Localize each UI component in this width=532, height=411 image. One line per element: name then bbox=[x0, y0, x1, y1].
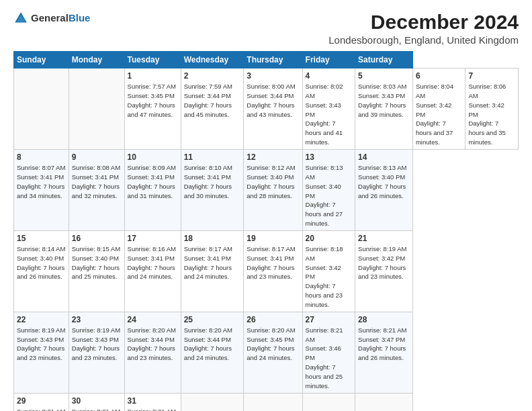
day-number: 17 bbox=[128, 233, 178, 244]
day-info: Sunrise: 8:13 AMSunset: 3:40 PMDaylight:… bbox=[306, 164, 343, 227]
day-cell-20: 20Sunrise: 8:18 AMSunset: 3:42 PMDayligh… bbox=[302, 230, 355, 312]
day-info: Sunrise: 8:20 AMSunset: 3:44 PMDaylight:… bbox=[128, 326, 176, 361]
day-info: Sunrise: 8:19 AMSunset: 3:43 PMDaylight:… bbox=[17, 326, 65, 361]
page: GeneralBlue December 2024 Londesborough,… bbox=[0, 0, 532, 411]
week-row-1: 1Sunrise: 7:57 AMSunset: 3:45 PMDaylight… bbox=[14, 68, 519, 150]
day-number: 24 bbox=[128, 314, 178, 325]
empty-cell bbox=[244, 393, 302, 411]
day-info: Sunrise: 8:17 AMSunset: 3:41 PMDaylight:… bbox=[184, 245, 232, 280]
day-info: Sunrise: 8:17 AMSunset: 3:41 PMDaylight:… bbox=[247, 245, 295, 280]
day-info: Sunrise: 7:59 AMSunset: 3:44 PMDaylight:… bbox=[184, 83, 232, 118]
day-number: 27 bbox=[306, 314, 352, 325]
subtitle: Londesborough, England, United Kingdom bbox=[328, 34, 519, 46]
day-number: 28 bbox=[358, 314, 410, 325]
day-info: Sunrise: 8:15 AMSunset: 3:40 PMDaylight:… bbox=[72, 245, 120, 280]
empty-cell bbox=[14, 68, 69, 150]
week-row-3: 15Sunrise: 8:14 AMSunset: 3:40 PMDayligh… bbox=[14, 230, 519, 312]
day-info: Sunrise: 8:10 AMSunset: 3:41 PMDaylight:… bbox=[184, 164, 232, 199]
day-number: 18 bbox=[184, 233, 241, 244]
day-info: Sunrise: 8:09 AMSunset: 3:41 PMDaylight:… bbox=[128, 164, 176, 199]
day-cell-4: 4Sunrise: 8:02 AMSunset: 3:43 PMDaylight… bbox=[302, 68, 355, 150]
day-info: Sunrise: 8:21 AMSunset: 3:50 PMDaylight:… bbox=[128, 408, 176, 411]
day-number: 22 bbox=[17, 314, 66, 325]
day-info: Sunrise: 8:07 AMSunset: 3:41 PMDaylight:… bbox=[17, 164, 65, 199]
day-number: 9 bbox=[72, 152, 122, 163]
day-number: 11 bbox=[184, 152, 241, 163]
day-info: Sunrise: 8:14 AMSunset: 3:40 PMDaylight:… bbox=[17, 245, 65, 280]
day-cell-16: 16Sunrise: 8:15 AMSunset: 3:40 PMDayligh… bbox=[69, 230, 124, 312]
day-number: 23 bbox=[72, 314, 122, 325]
day-info: Sunrise: 8:16 AMSunset: 3:41 PMDaylight:… bbox=[128, 245, 176, 280]
logo-icon bbox=[13, 11, 28, 26]
col-header-tuesday: Tuesday bbox=[124, 52, 181, 68]
day-number: 5 bbox=[358, 71, 410, 81]
day-number: 31 bbox=[128, 396, 178, 406]
day-info: Sunrise: 8:04 AMSunset: 3:42 PMDaylight:… bbox=[416, 83, 453, 146]
day-info: Sunrise: 8:19 AMSunset: 3:42 PMDaylight:… bbox=[358, 245, 406, 280]
calendar-header-row: SundayMondayTuesdayWednesdayThursdayFrid… bbox=[14, 52, 519, 68]
day-cell-27: 27Sunrise: 8:21 AMSunset: 3:46 PMDayligh… bbox=[302, 312, 355, 393]
day-info: Sunrise: 8:00 AMSunset: 3:44 PMDaylight:… bbox=[247, 83, 295, 118]
day-info: Sunrise: 8:02 AMSunset: 3:43 PMDaylight:… bbox=[306, 83, 343, 146]
header: GeneralBlue December 2024 Londesborough,… bbox=[13, 11, 519, 46]
day-number: 25 bbox=[184, 314, 241, 325]
day-cell-31: 31Sunrise: 8:21 AMSunset: 3:50 PMDayligh… bbox=[124, 393, 181, 411]
day-cell-29: 29Sunrise: 8:21 AMSunset: 3:48 PMDayligh… bbox=[14, 393, 69, 411]
day-number: 19 bbox=[247, 233, 299, 244]
day-cell-26: 26Sunrise: 8:20 AMSunset: 3:45 PMDayligh… bbox=[244, 312, 302, 393]
day-cell-2: 2Sunrise: 7:59 AMSunset: 3:44 PMDaylight… bbox=[181, 68, 244, 150]
day-number: 3 bbox=[247, 71, 299, 81]
day-info: Sunrise: 8:12 AMSunset: 3:40 PMDaylight:… bbox=[247, 164, 295, 199]
day-number: 6 bbox=[416, 71, 462, 81]
day-info: Sunrise: 8:08 AMSunset: 3:41 PMDaylight:… bbox=[72, 164, 120, 199]
week-row-4: 22Sunrise: 8:19 AMSunset: 3:43 PMDayligh… bbox=[14, 312, 519, 393]
day-cell-21: 21Sunrise: 8:19 AMSunset: 3:42 PMDayligh… bbox=[355, 230, 413, 312]
col-header-saturday: Saturday bbox=[355, 52, 413, 68]
day-cell-5: 5Sunrise: 8:03 AMSunset: 3:43 PMDaylight… bbox=[355, 68, 413, 150]
day-info: Sunrise: 8:21 AMSunset: 3:49 PMDaylight:… bbox=[72, 408, 120, 411]
day-number: 15 bbox=[17, 233, 66, 244]
empty-cell bbox=[302, 393, 355, 411]
day-info: Sunrise: 8:19 AMSunset: 3:43 PMDaylight:… bbox=[72, 326, 120, 361]
empty-cell bbox=[355, 393, 413, 411]
day-info: Sunrise: 8:13 AMSunset: 3:40 PMDaylight:… bbox=[358, 164, 406, 199]
col-header-thursday: Thursday bbox=[244, 52, 302, 68]
day-cell-13: 13Sunrise: 8:13 AMSunset: 3:40 PMDayligh… bbox=[302, 149, 355, 230]
logo: GeneralBlue bbox=[13, 11, 90, 26]
main-title: December 2024 bbox=[328, 11, 519, 33]
empty-cell bbox=[181, 393, 244, 411]
day-info: Sunrise: 8:18 AMSunset: 3:42 PMDaylight:… bbox=[306, 245, 343, 308]
day-number: 10 bbox=[128, 152, 178, 163]
col-header-friday: Friday bbox=[302, 52, 355, 68]
day-info: Sunrise: 8:21 AMSunset: 3:47 PMDaylight:… bbox=[358, 326, 406, 361]
day-cell-28: 28Sunrise: 8:21 AMSunset: 3:47 PMDayligh… bbox=[355, 312, 413, 393]
day-number: 1 bbox=[128, 71, 178, 81]
day-cell-10: 10Sunrise: 8:09 AMSunset: 3:41 PMDayligh… bbox=[124, 149, 181, 230]
day-number: 20 bbox=[306, 233, 352, 244]
day-number: 12 bbox=[247, 152, 299, 163]
day-cell-17: 17Sunrise: 8:16 AMSunset: 3:41 PMDayligh… bbox=[124, 230, 181, 312]
day-number: 29 bbox=[17, 396, 66, 406]
day-info: Sunrise: 8:20 AMSunset: 3:45 PMDaylight:… bbox=[247, 326, 295, 361]
day-number: 30 bbox=[72, 396, 122, 406]
day-cell-8: 8Sunrise: 8:07 AMSunset: 3:41 PMDaylight… bbox=[14, 149, 69, 230]
day-number: 7 bbox=[468, 71, 515, 81]
col-header-wednesday: Wednesday bbox=[181, 52, 244, 68]
day-number: 21 bbox=[358, 233, 410, 244]
day-info: Sunrise: 8:06 AMSunset: 3:42 PMDaylight:… bbox=[468, 83, 506, 146]
day-cell-9: 9Sunrise: 8:08 AMSunset: 3:41 PMDaylight… bbox=[69, 149, 124, 230]
day-number: 14 bbox=[358, 152, 410, 163]
day-cell-19: 19Sunrise: 8:17 AMSunset: 3:41 PMDayligh… bbox=[244, 230, 302, 312]
day-info: Sunrise: 8:21 AMSunset: 3:46 PMDaylight:… bbox=[306, 326, 343, 390]
day-info: Sunrise: 7:57 AMSunset: 3:45 PMDaylight:… bbox=[128, 83, 176, 118]
day-number: 26 bbox=[247, 314, 299, 325]
day-cell-7: 7Sunrise: 8:06 AMSunset: 3:42 PMDaylight… bbox=[466, 68, 519, 150]
day-cell-3: 3Sunrise: 8:00 AMSunset: 3:44 PMDaylight… bbox=[244, 68, 302, 150]
day-cell-22: 22Sunrise: 8:19 AMSunset: 3:43 PMDayligh… bbox=[14, 312, 69, 393]
day-info: Sunrise: 8:20 AMSunset: 3:44 PMDaylight:… bbox=[184, 326, 232, 361]
day-cell-25: 25Sunrise: 8:20 AMSunset: 3:44 PMDayligh… bbox=[181, 312, 244, 393]
col-header-monday: Monday bbox=[69, 52, 124, 68]
calendar-table: SundayMondayTuesdayWednesdayThursdayFrid… bbox=[13, 51, 519, 411]
day-number: 8 bbox=[17, 152, 66, 163]
day-number: 2 bbox=[184, 71, 241, 81]
